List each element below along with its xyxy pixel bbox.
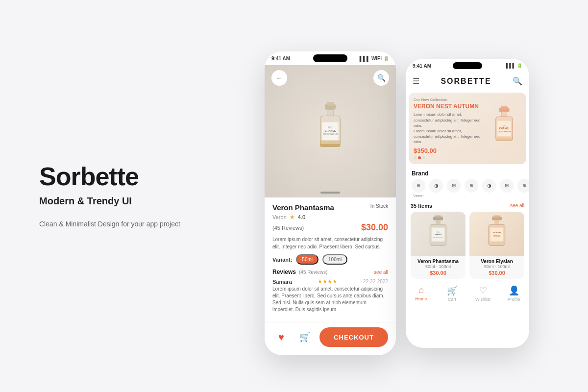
- star-icon: ★: [290, 214, 295, 220]
- variant-label: Variant:: [272, 257, 292, 263]
- nav-cart-label: Cart: [448, 297, 456, 302]
- brand-icon-2[interactable]: ◑: [429, 179, 443, 198]
- brand-icon-5[interactable]: ◑: [482, 179, 496, 198]
- status-icons-1: ▌▌▌ WiFi 🔋: [360, 56, 389, 61]
- item-card-2[interactable]: SERTIM PERFUME Veron Elysian 50ml - 100m…: [469, 212, 524, 279]
- product-bottle-image: Nº5 CHANEL EAU DE PARFUM: [311, 102, 350, 161]
- wishlist-button[interactable]: ♥: [272, 328, 290, 346]
- svg-rect-28: [493, 215, 500, 217]
- reviews-section-header: Reviews (45 Reviews) see all: [272, 269, 388, 275]
- status-bar-1: 9:41 AM ▌▌▌ WiFi 🔋: [265, 51, 396, 65]
- profile-icon: 👤: [509, 285, 519, 296]
- item-card-1[interactable]: Nº5 CHANEL EAU DE PARFUM Veron Phantasma…: [411, 212, 466, 279]
- nav-wishlist-label: Wishlist: [475, 297, 490, 302]
- nav-cart[interactable]: 🛒 Cart: [437, 285, 467, 302]
- phone1-mockup: 9:41 AM ▌▌▌ WiFi 🔋 ← 🔍: [265, 51, 396, 355]
- notch-pill-1: [313, 54, 347, 62]
- checkout-button[interactable]: CHECKOUT: [319, 327, 388, 347]
- nav-wishlist[interactable]: ♡ Wishlist: [467, 285, 498, 302]
- svg-rect-1: [327, 102, 334, 105]
- variant-50ml[interactable]: 50ml: [296, 254, 318, 265]
- brand-circle-1: ⊕: [412, 179, 425, 193]
- dot-2: [418, 156, 421, 159]
- item-price-1: $30.00: [414, 270, 463, 276]
- phone2-mockup: 9:41 AM ▌▌▌ 🔋 ☰ SORBETTE 🔍 Our New Colle…: [406, 59, 529, 348]
- review-author-row: Samara ★★★★ 22-22-2022: [272, 278, 388, 285]
- svg-text:Nº5: Nº5: [503, 124, 506, 127]
- item-img-2: SERTIM PERFUME: [469, 212, 524, 256]
- dot-3: [422, 156, 425, 159]
- brand-icon-7[interactable]: ⊕: [517, 179, 529, 198]
- rating-value: 4.0: [298, 214, 305, 220]
- menu-icon[interactable]: ☰: [413, 76, 419, 86]
- product-detail-body: Veron Phantasma In Stock Veron ★ 4.0 (45…: [265, 197, 396, 322]
- page-wrapper: Sorbette Modern & Trendy UI Clean & Mini…: [0, 0, 588, 392]
- signal-icon-1: ▌▌▌: [360, 56, 370, 61]
- item-card-body-2: Veron Elysian 50ml - 100ml $30.00: [469, 256, 524, 279]
- svg-rect-12: [501, 112, 507, 117]
- brand-icon-3[interactable]: ⊞: [447, 179, 461, 198]
- back-button[interactable]: ←: [271, 70, 287, 86]
- banner-dots: [414, 156, 483, 159]
- banner-subtitle: Our New Collection: [414, 98, 483, 102]
- review-date: 22-22-2022: [363, 279, 388, 284]
- product-description: Lorem ipsum dolor sit amet, consectetur …: [272, 236, 388, 250]
- brand-circle-6: ⊞: [500, 179, 514, 193]
- brand-icon-6[interactable]: ⊞: [500, 179, 514, 198]
- brand-label: Veron: [272, 214, 287, 220]
- notch-2: [453, 62, 482, 69]
- phone2-nav-header: ☰ SORBETTE 🔍: [406, 73, 529, 90]
- brand-icon-1[interactable]: ⊕ Veron: [412, 179, 425, 198]
- left-section: Sorbette Modern & Trendy UI Clean & Mini…: [0, 163, 206, 230]
- action-bar: ♥ 🛒 CHECKOUT: [265, 322, 396, 352]
- items-grid: Nº5 CHANEL EAU DE PARFUM Veron Phantasma…: [411, 212, 524, 279]
- item-card-body-1: Veron Phantasma 50ml - 100ml $30.00: [411, 256, 466, 279]
- brand-circle-7: ⊕: [517, 179, 529, 193]
- svg-text:CHANEL: CHANEL: [325, 129, 337, 132]
- brand-circle-3: ⊞: [447, 179, 461, 193]
- status-icons-2: ▌▌▌ 🔋: [506, 63, 522, 68]
- home-icon: ⌂: [418, 285, 424, 295]
- description: Clean & Minimalist Design for your app p…: [39, 219, 206, 229]
- svg-text:SERTIM: SERTIM: [493, 231, 501, 234]
- svg-text:CHANEL: CHANEL: [434, 233, 442, 236]
- nav-profile[interactable]: 👤 Profile: [498, 285, 529, 302]
- status-bar-2: 9:41 AM ▌▌▌ 🔋: [406, 59, 529, 73]
- banner-text: Our New Collection VERON NEST AUTUMN Lor…: [414, 98, 483, 159]
- reviews-see-all[interactable]: see all: [374, 270, 388, 275]
- svg-rect-18: [496, 138, 513, 141]
- item-img-1: Nº5 CHANEL EAU DE PARFUM: [411, 212, 466, 256]
- cart-button[interactable]: 🛒: [296, 328, 314, 346]
- nav-profile-label: Profile: [508, 297, 520, 302]
- item-variant-2: 50ml - 100ml: [472, 264, 521, 269]
- product-price: $30.00: [361, 222, 388, 233]
- brand-icon-4[interactable]: ⊕: [465, 179, 478, 198]
- search-icon-p2[interactable]: 🔍: [513, 76, 522, 86]
- nav-home[interactable]: ⌂ Home: [406, 285, 437, 302]
- svg-text:Nº5: Nº5: [328, 126, 332, 129]
- review-item: Samara ★★★★ 22-22-2022 Lorem ipsum dolor…: [272, 278, 388, 313]
- banner-title: VERON NEST AUTUMN: [414, 103, 483, 110]
- svg-text:EAU DE PARFUM: EAU DE PARFUM: [498, 131, 511, 133]
- nav-home-label: Home: [415, 296, 427, 301]
- battery-icon-1: 🔋: [383, 56, 389, 61]
- search-button-p1[interactable]: 🔍: [373, 70, 389, 86]
- brand-label-1: Veron: [414, 194, 424, 198]
- wifi-icon-1: WiFi: [371, 56, 382, 61]
- product-title-row: Veron Phantasma In Stock: [272, 203, 388, 212]
- signal-icon-2: ▌▌▌: [506, 63, 515, 68]
- svg-text:CHANEL: CHANEL: [499, 127, 509, 130]
- brand-circle-5: ◑: [482, 179, 496, 193]
- banner-bottle-image: Nº5 CHANEL EAU DE PARFUM: [487, 106, 521, 150]
- scroll-indicator: [320, 192, 340, 194]
- item-name-1: Veron Phantasma: [414, 259, 463, 264]
- battery-icon-2: 🔋: [517, 63, 522, 68]
- product-title: Veron Phantasma: [272, 203, 334, 212]
- review-stars: ★★★★: [318, 278, 337, 285]
- variant-100ml[interactable]: 100ml: [322, 254, 347, 265]
- items-see-all[interactable]: see all: [510, 203, 524, 209]
- banner-price: $350.00: [414, 147, 483, 154]
- svg-text:EAU DE PARFUM: EAU DE PARFUM: [323, 133, 338, 135]
- svg-rect-20: [435, 215, 441, 217]
- variant-row: Variant: 50ml 100ml: [272, 254, 388, 265]
